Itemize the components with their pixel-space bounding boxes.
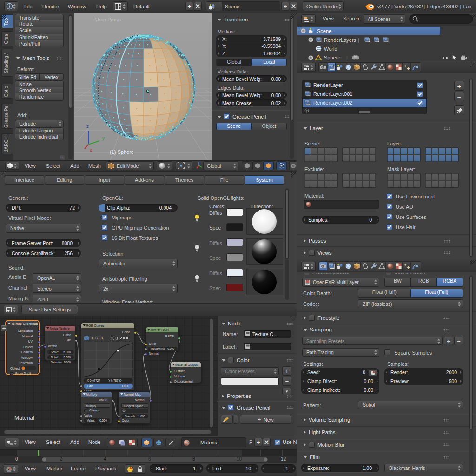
svg-text:x: x (90, 148, 92, 153)
svg-text:y: y (102, 136, 105, 141)
svg-text:z: z (86, 124, 89, 129)
